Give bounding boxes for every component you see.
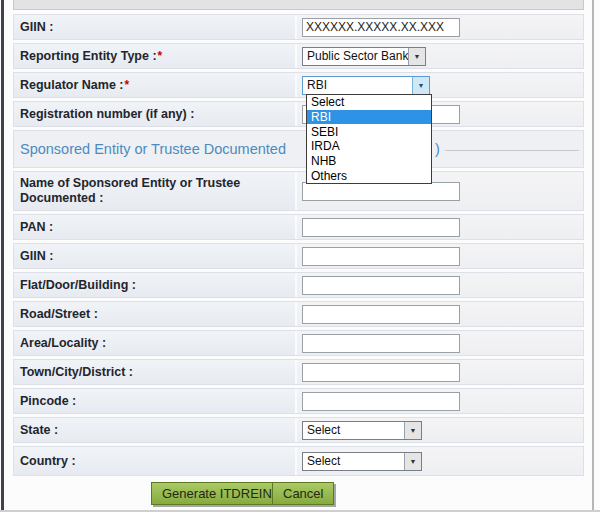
pincode-label: Pincode : <box>14 389 297 413</box>
area-input[interactable] <box>302 334 460 353</box>
dropdown-option-sebi[interactable]: SEBI <box>307 124 431 139</box>
section-heading-close-paren: ) <box>435 141 440 157</box>
country-select[interactable]: Select ▼ <box>302 452 422 471</box>
chevron-down-icon: ▼ <box>412 77 429 94</box>
pan-input[interactable] <box>302 218 460 237</box>
window-border-left <box>1 0 4 512</box>
flat-label: Flat/Door/Building : <box>14 273 297 297</box>
area-label: Area/Locality : <box>14 331 297 355</box>
form-row-pan: PAN : <box>13 214 584 240</box>
form-row-sponsored-name: Name of Sponsored Entity or Trustee Docu… <box>13 171 584 211</box>
form-row-pincode: Pincode : <box>13 388 584 414</box>
form-row-registration-number: Registration number (if any) : <box>13 101 584 127</box>
form-row-regulator-name: Regulator Name :* RBI ▼ <box>13 72 584 98</box>
regulator-name-select[interactable]: RBI ▼ <box>302 76 430 95</box>
form-row-state: State : Select ▼ <box>13 417 584 443</box>
generate-itdrein-button[interactable]: Generate ITDREIN <box>151 482 283 505</box>
form-row-area: Area/Locality : <box>13 330 584 356</box>
flat-input[interactable] <box>302 276 460 295</box>
regulator-dropdown-list: Select RBI SEBI IRDA NHB Others <box>306 94 432 184</box>
sponsored-entity-section-heading-row: Sponsored Entity or Trustee Documented ) <box>13 130 584 168</box>
chevron-down-icon: ▼ <box>404 422 421 439</box>
regulator-name-label: Regulator Name :* <box>14 73 297 97</box>
giin-sponsored-label: GIIN : <box>14 244 297 268</box>
dropdown-option-nhb[interactable]: NHB <box>307 154 431 169</box>
dropdown-option-select[interactable]: Select <box>307 95 431 110</box>
town-label: Town/City/District : <box>14 360 297 384</box>
form-row-reporting-entity-type: Reporting Entity Type :* Public Sector B… <box>13 43 584 69</box>
chevron-down-icon: ▼ <box>408 48 425 65</box>
required-marker: * <box>158 49 163 64</box>
form-row-giin-sponsored: GIIN : <box>13 243 584 269</box>
form-row-country: Country : Select ▼ <box>13 446 584 476</box>
reporting-entity-type-label: Reporting Entity Type :* <box>14 44 297 68</box>
giin-input[interactable] <box>302 18 460 37</box>
section-heading-rule <box>445 150 579 151</box>
state-label: State : <box>14 418 297 442</box>
sponsored-name-label: Name of Sponsored Entity or Trustee Docu… <box>14 172 297 210</box>
sponsored-name-input[interactable] <box>302 182 460 201</box>
form-row-flat: Flat/Door/Building : <box>13 272 584 298</box>
section-heading: Sponsored Entity or Trustee Documented <box>20 141 286 157</box>
country-label: Country : <box>14 447 297 475</box>
giin-sponsored-input[interactable] <box>302 247 460 266</box>
reporting-entity-type-select[interactable]: Public Sector Bank ▼ <box>302 47 426 66</box>
dropdown-option-irda[interactable]: IRDA <box>307 139 431 154</box>
dropdown-option-rbi[interactable]: RBI <box>307 110 431 125</box>
required-marker: * <box>125 78 130 93</box>
cancel-button[interactable]: Cancel <box>272 482 334 505</box>
window-border-right <box>592 0 594 512</box>
dropdown-option-others[interactable]: Others <box>307 168 431 183</box>
giin-label: GIIN : <box>14 15 297 39</box>
form-row-town: Town/City/District : <box>13 359 584 385</box>
entity-details-form: GIIN : Reporting Entity Type :* Public S… <box>13 14 584 479</box>
itdrein-form-page: GIIN : Reporting Entity Type :* Public S… <box>0 0 600 512</box>
top-toolbar-edge <box>13 0 584 10</box>
registration-number-label: Registration number (if any) : <box>14 102 297 126</box>
chevron-down-icon: ▼ <box>404 453 421 470</box>
state-select[interactable]: Select ▼ <box>302 421 422 440</box>
road-label: Road/Street : <box>14 302 297 326</box>
town-input[interactable] <box>302 363 460 382</box>
road-input[interactable] <box>302 305 460 324</box>
pan-label: PAN : <box>14 215 297 239</box>
pincode-input[interactable] <box>302 392 460 411</box>
form-row-giin: GIIN : <box>13 14 584 40</box>
form-row-road: Road/Street : <box>13 301 584 327</box>
